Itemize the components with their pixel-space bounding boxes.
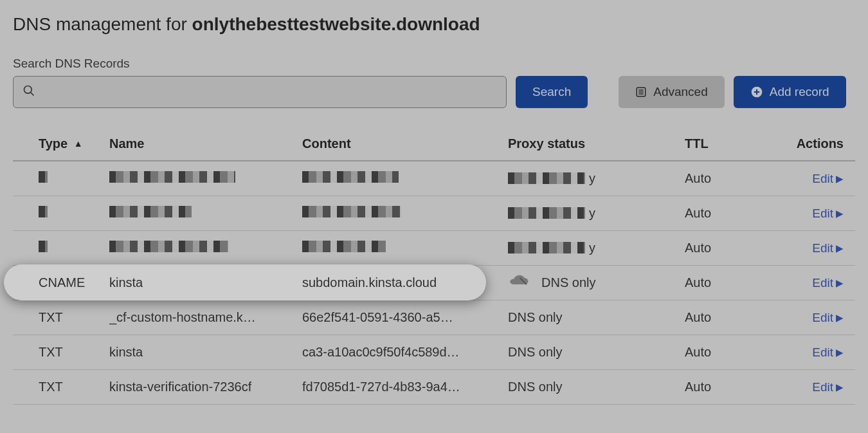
edit-link[interactable]: Edit▶ [812, 207, 844, 221]
table-row: TXTkinstaca3-a10ac0c9f50f4c589d…DNS only… [13, 335, 855, 369]
cell-actions: Edit▶ [768, 335, 855, 369]
cell-type: CNAME [13, 265, 109, 300]
caret-right-icon: ▶ [836, 208, 844, 219]
edit-link-label: Edit [812, 172, 833, 186]
caret-right-icon: ▶ [836, 382, 844, 393]
cell-content [302, 196, 508, 230]
cell-content: ca3-a10ac0c9f50f4c589d… [302, 335, 508, 369]
cell-proxy-status: DNS only [508, 300, 685, 335]
plus-circle-icon [750, 86, 763, 98]
cell-actions: Edit▶ [768, 196, 855, 230]
cell-proxy-status: DNS only [508, 335, 685, 369]
advanced-button[interactable]: Advanced [619, 76, 725, 108]
cell-actions: Edit▶ [768, 161, 855, 196]
cell-ttl: Auto [685, 161, 768, 196]
edit-link-label: Edit [812, 345, 833, 360]
list-icon [635, 86, 647, 98]
caret-right-icon: ▶ [836, 243, 844, 254]
cell-ttl: Auto [685, 335, 768, 369]
table-row: TXTkinsta-verification-7236cffd7085d1-72… [13, 369, 855, 404]
cell-content: fd7085d1-727d-4b83-9a4… [302, 369, 508, 404]
cell-actions: Edit▶ [768, 230, 855, 265]
cell-name: kinsta [109, 265, 302, 300]
edit-link[interactable]: Edit▶ [812, 345, 844, 360]
edit-link-label: Edit [812, 207, 833, 221]
caret-right-icon: ▶ [836, 173, 844, 185]
page-title: DNS management for onlythebesttestwebsit… [13, 14, 855, 35]
cell-type: TXT [13, 335, 109, 369]
cell-name [109, 230, 302, 265]
title-domain: onlythebesttestwebsite.download [192, 14, 480, 34]
edit-link[interactable]: Edit▶ [812, 241, 844, 255]
col-header-name[interactable]: Name [109, 127, 302, 161]
cell-type: TXT [13, 369, 109, 404]
svg-point-0 [24, 86, 32, 94]
sort-asc-icon: ▲ [74, 138, 83, 149]
cell-content: 66e2f541-0591-4360-a5… [302, 300, 508, 335]
col-header-actions: Actions [768, 127, 855, 161]
cell-ttl: Auto [685, 300, 768, 335]
cell-content [302, 230, 508, 265]
cell-ttl: Auto [685, 196, 768, 230]
cell-type: TXT [13, 300, 109, 335]
cell-proxy-status: DNS only [508, 369, 685, 404]
col-header-type[interactable]: Type ▲ [13, 127, 109, 161]
cell-name [109, 196, 302, 230]
cell-proxy-status: DNS only [508, 265, 685, 300]
table-row: yAutoEdit▶ [13, 196, 855, 230]
search-icon [23, 84, 35, 100]
caret-right-icon: ▶ [836, 347, 844, 358]
cell-actions: Edit▶ [768, 265, 855, 300]
cell-type [13, 196, 109, 230]
table-row: TXT_cf-custom-hostname.k…66e2f541-0591-4… [13, 300, 855, 335]
search-button-label: Search [532, 85, 571, 99]
cell-ttl: Auto [685, 369, 768, 404]
edit-link-label: Edit [812, 241, 833, 255]
svg-line-1 [31, 93, 34, 96]
caret-right-icon: ▶ [836, 277, 844, 289]
cell-name [109, 161, 302, 196]
caret-right-icon: ▶ [836, 312, 844, 324]
cell-content: subdomain.kinsta.cloud [302, 265, 508, 300]
col-header-content[interactable]: Content [302, 127, 508, 161]
search-label: Search DNS Records [13, 57, 855, 71]
cell-type [13, 161, 109, 196]
add-record-button[interactable]: Add record [734, 76, 846, 108]
cloud-off-icon [508, 274, 530, 291]
edit-link-label: Edit [812, 311, 833, 325]
search-box[interactable] [13, 76, 507, 108]
cell-content [302, 161, 508, 196]
edit-link-label: Edit [812, 276, 833, 290]
cell-proxy-status: y [508, 230, 685, 265]
cell-type [13, 230, 109, 265]
advanced-button-label: Advanced [653, 85, 708, 99]
cell-actions: Edit▶ [768, 300, 855, 335]
search-input[interactable] [35, 86, 497, 99]
table-row: yAutoEdit▶ [13, 230, 855, 265]
title-prefix: DNS management for [13, 14, 192, 34]
cell-proxy-status: y [508, 196, 685, 230]
edit-link-label: Edit [812, 380, 833, 394]
cell-ttl: Auto [685, 230, 768, 265]
edit-link[interactable]: Edit▶ [812, 172, 844, 186]
cell-ttl: Auto [685, 265, 768, 300]
edit-link[interactable]: Edit▶ [812, 380, 844, 394]
table-row: yAutoEdit▶ [13, 161, 855, 196]
cell-name: _cf-custom-hostname.k… [109, 300, 302, 335]
add-record-button-label: Add record [770, 85, 829, 99]
cell-name: kinsta-verification-7236cf [109, 369, 302, 404]
edit-link[interactable]: Edit▶ [812, 311, 844, 325]
cell-actions: Edit▶ [768, 369, 855, 404]
cell-proxy-status: y [508, 161, 685, 196]
col-header-ttl[interactable]: TTL [685, 127, 768, 161]
col-header-proxy[interactable]: Proxy status [508, 127, 685, 161]
dns-records-table: Type ▲ Name Content Proxy status TTL Act… [13, 127, 855, 405]
table-row: CNAMEkinstasubdomain.kinsta.cloudDNS onl… [13, 265, 855, 300]
edit-link[interactable]: Edit▶ [812, 276, 844, 290]
cell-name: kinsta [109, 335, 302, 369]
search-button[interactable]: Search [516, 76, 588, 108]
